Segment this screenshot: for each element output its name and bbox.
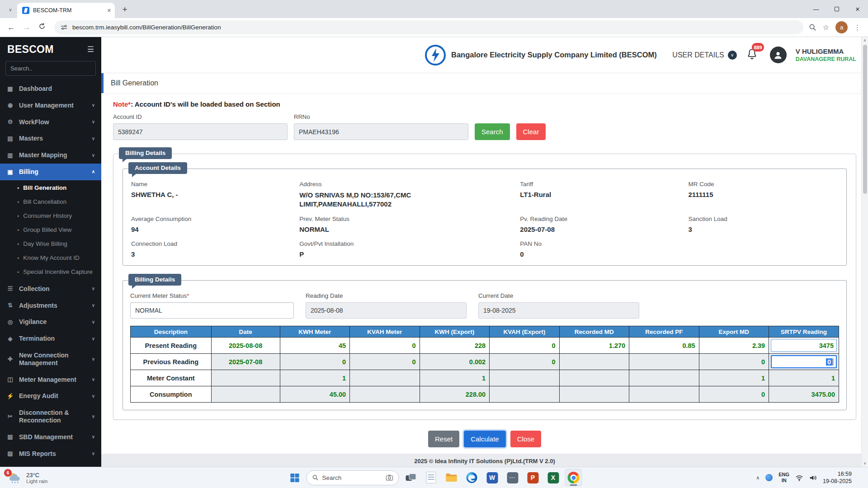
tab-close-icon[interactable]: ✕	[107, 8, 111, 14]
scrollbar-thumb[interactable]	[863, 45, 867, 194]
current-date-input[interactable]	[478, 302, 639, 319]
table-cell: 0	[350, 338, 420, 354]
back-button[interactable]: ←	[5, 23, 18, 32]
browser-menu-icon[interactable]: ⋮	[854, 23, 861, 32]
account-id-label: Account ID	[113, 113, 288, 120]
zoom-icon[interactable]	[809, 23, 816, 31]
close-button[interactable]: Close	[510, 431, 541, 447]
sidebar-subitem-special-incentive-capture[interactable]: ●Special Incentive Capture	[0, 265, 101, 279]
row-label: Meter Constant	[131, 370, 212, 386]
account-field-value: 0	[520, 250, 677, 258]
network-icon[interactable]	[795, 474, 803, 481]
chevron-down-icon: ∨	[92, 414, 95, 419]
clear-button[interactable]: Clear	[516, 123, 546, 140]
sidebar-item-collection[interactable]: ☰Collection∨	[0, 281, 101, 297]
sidebar-subitem-day-wise-billing[interactable]: ●Day Wise Billing	[0, 237, 101, 251]
bullet-icon: ●	[17, 228, 19, 231]
sidebar-item-user-management[interactable]: ◉User Management∨	[0, 97, 101, 114]
sidebar-item-sbd-management[interactable]: ▧SBD Management∨	[0, 429, 101, 446]
sidebar-item-masters[interactable]: ▤Masters∨	[0, 130, 101, 147]
powerpoint-button[interactable]: P	[524, 469, 542, 486]
table-cell: 0	[350, 354, 420, 370]
sidebar-subitem-bill-generation[interactable]: ●Bill Generation	[0, 181, 101, 195]
edge-button[interactable]	[463, 469, 481, 486]
sidebar-search[interactable]	[5, 61, 96, 76]
sidebar-item-new-connection-management[interactable]: ✚New Connection Management∨	[0, 347, 101, 371]
task-view-button[interactable]	[402, 469, 420, 486]
account-field-label: Name	[131, 181, 288, 188]
chrome-button[interactable]	[565, 469, 582, 486]
calculate-button[interactable]: Calculate	[464, 431, 506, 447]
row-label: Previous Reading	[131, 354, 212, 370]
reload-icon	[38, 23, 46, 30]
calculator-button[interactable]: ···	[504, 469, 521, 486]
sidebar-item-workflow[interactable]: ⚙WorkFlow∨	[0, 114, 101, 131]
scrollbar[interactable]: ∧ ∨	[861, 37, 868, 467]
powerpoint-icon: P	[527, 472, 538, 483]
table-cell: 0	[699, 354, 769, 370]
sidebar-item-energy-audit[interactable]: ⚡Energy Audit∨	[0, 388, 101, 404]
reset-button[interactable]: Reset	[428, 431, 459, 447]
search-button[interactable]: Search	[475, 123, 510, 140]
rrno-input[interactable]	[294, 123, 468, 140]
sidebar-subitem-consumer-history[interactable]: ●Consumer History	[0, 209, 101, 223]
sidebar-item-master-mapping[interactable]: ▥Master Mapping∨	[0, 147, 101, 164]
sidebar-item-meter-management[interactable]: ◫Meter Management∨	[0, 371, 101, 388]
mapping-icon: ▥	[6, 152, 14, 159]
new-tab-button[interactable]: +	[118, 3, 131, 16]
excel-button[interactable]: X	[545, 469, 562, 486]
sidebar-subitem-know-my-account-id[interactable]: ●Know My Account ID	[0, 251, 101, 265]
tray-app-icon[interactable]	[765, 474, 773, 481]
word-button[interactable]: W	[484, 469, 501, 486]
notepad-button[interactable]	[423, 469, 440, 486]
sidebar-item-vigilance[interactable]: ◎Vigilance∨	[0, 314, 101, 330]
browser-tab[interactable]: BESCOM-TRM ✕	[17, 3, 115, 18]
srtpv-present-input[interactable]: 3475	[771, 339, 837, 352]
reading-date-input[interactable]	[306, 302, 467, 319]
account-id-input[interactable]	[113, 123, 288, 140]
srtpv-previous-input[interactable]: 0	[771, 355, 837, 368]
bullet-icon: ●	[17, 242, 19, 245]
account-field: Pv. Reading Date2025-07-08	[520, 216, 677, 233]
window-close-button[interactable]: ✕	[847, 0, 868, 18]
weather-widget[interactable]: 6 23°C Light rain	[5, 471, 51, 485]
volume-icon[interactable]	[809, 474, 817, 481]
user-avatar[interactable]	[770, 47, 787, 63]
page-footer: 2025 © Idea Infinity IT Solutions (P)Ltd…	[101, 454, 868, 467]
bookmark-star-icon[interactable]: ☆	[823, 23, 829, 32]
account-field-value: SHWETHA C, -	[131, 191, 288, 198]
scroll-down-icon[interactable]: ∨	[863, 460, 866, 467]
sidebar-item-termination[interactable]: ◈Termination∨	[0, 330, 101, 347]
sidebar-subitem-bill-cancellation[interactable]: ●Bill Cancellation	[0, 195, 101, 209]
taskbar-search[interactable]: Search	[307, 470, 399, 485]
sidebar-item-disconnection-reconnection[interactable]: ✂Disconnection & Reconnection∨	[0, 404, 101, 429]
sidebar-item-mis-reports[interactable]: ▨MIS Reports∨	[0, 446, 101, 462]
user-details-dropdown[interactable]: USER DETAILS ∨	[672, 51, 736, 60]
language-switcher[interactable]: ENG IN	[778, 472, 789, 483]
address-bar[interactable]: bescom.trm.ieasybill.com/BillGeneration/…	[54, 20, 803, 34]
column-header: Recorded PF	[629, 326, 699, 338]
text-caret	[833, 358, 833, 366]
taskbar-clock[interactable]: 16:59 19-08-2025	[823, 470, 852, 485]
sidebar-subitem-group-billed-view[interactable]: ●Group Billed View	[0, 223, 101, 237]
site-settings-icon	[61, 24, 67, 31]
sidebar-item-billing[interactable]: ▣Billing∧	[0, 164, 101, 180]
sidebar-item-adjustments[interactable]: ⇅Adjustments∨	[0, 297, 101, 314]
hidden-icons-chevron[interactable]: ∧	[756, 475, 760, 481]
tab-search-icon[interactable]: ∨	[5, 4, 16, 15]
scroll-up-icon[interactable]: ∧	[863, 37, 866, 44]
file-explorer-button[interactable]	[443, 469, 460, 486]
sidebar-item-dashboard[interactable]: ▦Dashboard	[0, 80, 101, 97]
hamburger-menu-icon[interactable]: ☰	[87, 45, 94, 54]
window-minimize-button[interactable]: —	[806, 0, 826, 18]
reload-button[interactable]	[35, 23, 49, 32]
table-cell	[350, 370, 420, 386]
forward-button[interactable]: →	[20, 23, 33, 32]
start-button[interactable]	[286, 469, 303, 486]
browser-profile-avatar[interactable]: a	[835, 21, 848, 33]
sidebar-search-input[interactable]	[10, 65, 90, 72]
notifications-button[interactable]: 889	[746, 48, 758, 62]
table-cell: 1	[699, 370, 769, 386]
current-meter-status-input[interactable]	[130, 302, 294, 319]
window-maximize-button[interactable]	[826, 0, 847, 18]
